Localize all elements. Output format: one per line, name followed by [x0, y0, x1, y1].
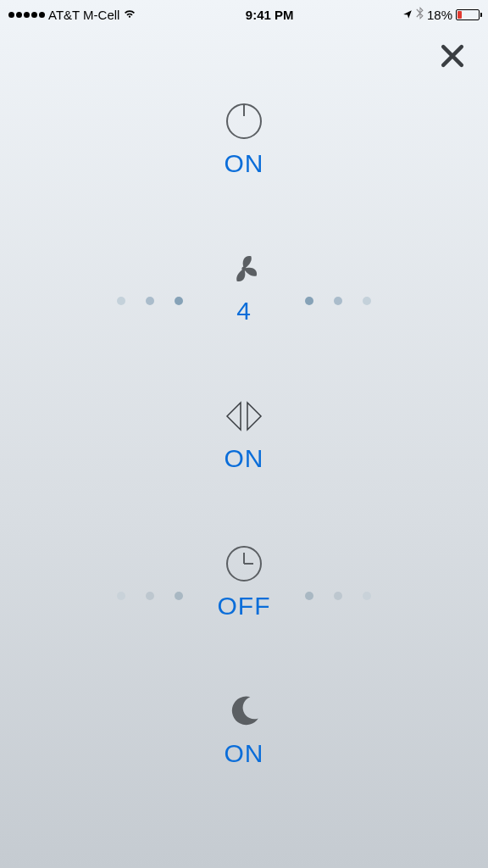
battery-percent: 18%: [427, 8, 452, 22]
night-mode-value: ON: [225, 739, 264, 768]
power-control[interactable]: ON: [0, 100, 488, 178]
carrier-label: AT&T M-Cell: [48, 8, 119, 22]
power-value: ON: [225, 149, 264, 178]
power-icon: [225, 100, 263, 142]
svg-point-2: [241, 266, 246, 270]
slider-dot: [305, 297, 313, 305]
timer-value: OFF: [218, 592, 271, 620]
status-right: 18%: [402, 7, 480, 22]
slider-dot: [146, 592, 154, 600]
signal-strength-icon: [8, 12, 45, 18]
slider-dot: [117, 592, 125, 600]
clock-icon: [225, 542, 263, 585]
status-bar: AT&T M-Cell 9:41 PM 18%: [0, 0, 488, 29]
slider-dot: [363, 592, 371, 600]
location-icon: [402, 8, 413, 22]
slider-dot: [146, 297, 154, 305]
fan-icon: [226, 248, 262, 290]
fan-speed-value: 4: [236, 297, 252, 326]
swing-control[interactable]: ON: [0, 395, 488, 473]
bluetooth-icon: [416, 7, 424, 22]
slider-dot: [334, 297, 342, 305]
controls-panel: ON 4: [0, 100, 488, 768]
slider-dot: [334, 592, 342, 600]
timer-control[interactable]: OFF: [0, 542, 488, 620]
slider-dot: [363, 297, 371, 305]
moon-icon: [226, 690, 262, 732]
swing-value: ON: [225, 444, 264, 473]
status-left: AT&T M-Cell: [8, 8, 136, 22]
close-button[interactable]: [437, 41, 468, 75]
status-time: 9:41 PM: [246, 8, 294, 22]
wifi-icon: [123, 8, 136, 22]
slider-dot: [175, 297, 183, 305]
slider-dot: [117, 297, 125, 305]
slider-dot: [175, 592, 183, 600]
battery-icon: [456, 9, 480, 20]
night-mode-control[interactable]: ON: [0, 690, 488, 768]
fan-speed-control[interactable]: 4: [0, 248, 488, 326]
swing-icon: [222, 395, 266, 437]
slider-dot: [305, 592, 313, 600]
